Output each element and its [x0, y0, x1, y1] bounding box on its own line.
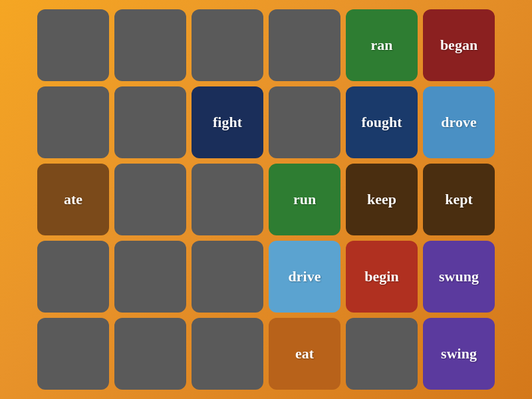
- cell-fought[interactable]: fought: [346, 86, 418, 158]
- cell-empty-9[interactable]: [269, 86, 340, 158]
- cell-empty-2[interactable]: [192, 9, 263, 81]
- cell-keep[interactable]: keep: [346, 164, 418, 235]
- cell-begin[interactable]: begin: [346, 241, 418, 313]
- cell-empty-3[interactable]: [269, 9, 340, 81]
- word-grid: ranbeganfightfoughtdroveaterunkeepkeptdr…: [27, 0, 505, 399]
- cell-run[interactable]: run: [269, 164, 340, 235]
- cell-eat[interactable]: eat: [269, 318, 340, 390]
- cell-ate[interactable]: ate: [37, 164, 109, 235]
- cell-began[interactable]: began: [423, 9, 495, 81]
- cell-empty-20[interactable]: [192, 241, 263, 313]
- cell-swing[interactable]: swing: [423, 318, 495, 390]
- cell-empty-26[interactable]: [192, 318, 263, 390]
- cell-drive[interactable]: drive: [269, 241, 340, 313]
- cell-swung[interactable]: swung: [423, 241, 495, 313]
- cell-empty-7[interactable]: [114, 86, 186, 158]
- cell-ran[interactable]: ran: [346, 9, 418, 81]
- cell-empty-25[interactable]: [114, 318, 186, 390]
- cell-empty-13[interactable]: [114, 164, 186, 235]
- cell-empty-14[interactable]: [192, 164, 263, 235]
- cell-empty-1[interactable]: [114, 9, 186, 81]
- cell-drove[interactable]: drove: [423, 86, 495, 158]
- cell-empty-28[interactable]: [346, 318, 418, 390]
- cell-fight[interactable]: fight: [192, 86, 263, 158]
- cell-empty-0[interactable]: [37, 9, 109, 81]
- cell-kept[interactable]: kept: [423, 164, 495, 235]
- cell-empty-19[interactable]: [114, 241, 186, 313]
- cell-empty-24[interactable]: [37, 318, 109, 390]
- cell-empty-6[interactable]: [37, 86, 109, 158]
- cell-empty-18[interactable]: [37, 241, 109, 313]
